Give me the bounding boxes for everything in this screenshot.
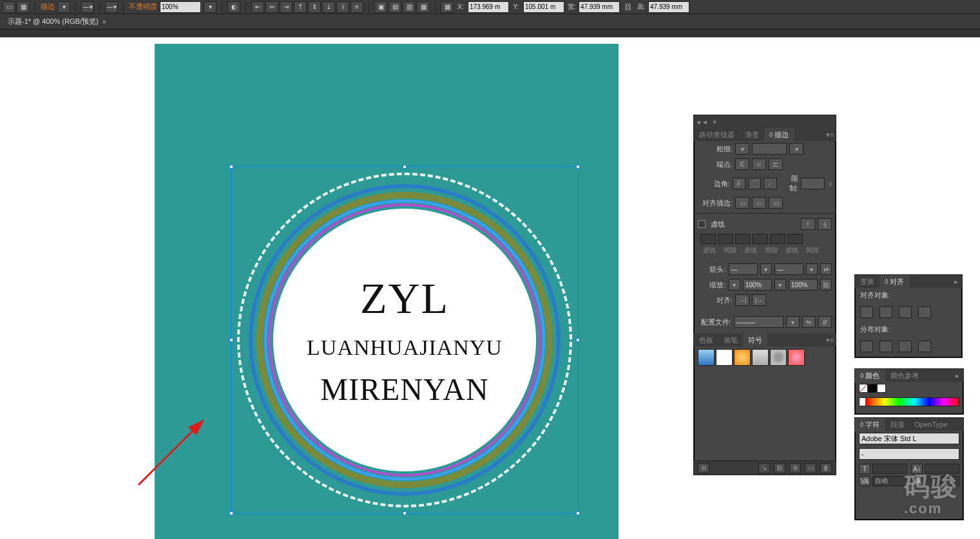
- color-panel[interactable]: ◊ 颜色 颜色参考 ▸: [854, 368, 964, 415]
- symbol-ink[interactable]: [716, 349, 733, 366]
- scale-left-stepper[interactable]: ▾: [729, 279, 740, 290]
- opacity-dropdown[interactable]: ▾: [204, 1, 216, 13]
- align-arrow-tip-icon[interactable]: →|: [735, 294, 749, 306]
- weight-stepper-down[interactable]: ▾: [735, 143, 749, 155]
- dist-h-icon[interactable]: ⫴: [336, 1, 349, 13]
- brush-dropdown[interactable]: —▾: [81, 1, 94, 13]
- link-wh-icon[interactable]: ⛓: [622, 1, 634, 13]
- arrow-start-dropdown[interactable]: —: [729, 263, 758, 275]
- dist-left-icon[interactable]: [918, 341, 931, 352]
- resize-handle-bl[interactable]: [229, 511, 233, 515]
- symbol-gear[interactable]: [770, 349, 787, 366]
- resize-handle-br[interactable]: [576, 511, 580, 515]
- tracking-field[interactable]: [925, 476, 959, 486]
- miter-limit-field[interactable]: [801, 178, 825, 189]
- arrow-end-menu[interactable]: ▾: [806, 263, 818, 275]
- font-style-field[interactable]: [859, 448, 959, 460]
- resize-handle-bm[interactable]: [403, 511, 407, 515]
- flip-h-icon[interactable]: ⇋: [802, 316, 816, 328]
- y-field[interactable]: [523, 1, 564, 13]
- tab-symbols[interactable]: 符号: [743, 334, 767, 347]
- scale-left-field[interactable]: 100%: [743, 279, 772, 290]
- dash-field-2[interactable]: [735, 234, 751, 244]
- obj-align-left-icon[interactable]: [860, 307, 873, 318]
- align-bottom-icon[interactable]: ⤓: [322, 1, 335, 13]
- tab-stroke[interactable]: ◊ 描边: [764, 128, 794, 142]
- tab-brushes[interactable]: 画笔: [718, 334, 743, 347]
- cap-round-icon[interactable]: ⊂: [752, 158, 766, 170]
- tab-character[interactable]: ◊ 字符: [855, 418, 885, 431]
- unite-icon[interactable]: ▣: [374, 1, 387, 13]
- resize-handle-tl[interactable]: [229, 165, 233, 169]
- recolor-icon[interactable]: ◐: [227, 1, 240, 13]
- symbol-cloud[interactable]: [698, 349, 715, 366]
- obj-align-top-icon[interactable]: [918, 307, 931, 318]
- align-stroke-outside-icon[interactable]: ▭: [769, 197, 783, 209]
- collapse-icon[interactable]: ◄◄: [694, 118, 709, 126]
- tab-swatches[interactable]: 色板: [694, 334, 718, 347]
- tab-pathfinder[interactable]: 路径查找器: [694, 128, 740, 142]
- minus-front-icon[interactable]: ▤: [389, 1, 401, 13]
- fill-none-chip[interactable]: [859, 384, 868, 393]
- symbol-sphere[interactable]: [734, 349, 751, 366]
- transform-ref-icon[interactable]: ▦: [441, 1, 454, 13]
- align-arrow-end-icon[interactable]: |→: [752, 294, 766, 306]
- font-family-field[interactable]: [859, 433, 959, 444]
- tab-opentype[interactable]: OpenType: [910, 419, 953, 430]
- tab-gradient[interactable]: 渐变: [740, 128, 764, 142]
- scale-right-stepper[interactable]: ▾: [774, 279, 786, 290]
- corner-bevel-icon[interactable]: ⟋: [764, 178, 776, 189]
- document-tab[interactable]: 示题-1* @ 400% (RGB/预览) ×: [3, 14, 111, 29]
- resize-handle-tr[interactable]: [576, 165, 580, 169]
- dist-v-icon[interactable]: ≡: [351, 1, 363, 13]
- selection-bounding-box[interactable]: [231, 166, 579, 514]
- flip-v-icon[interactable]: ⇵: [818, 316, 832, 328]
- corner-miter-icon[interactable]: F: [733, 178, 745, 189]
- opacity-field[interactable]: [160, 1, 201, 13]
- dist-top-icon[interactable]: [860, 341, 873, 352]
- weight-dropdown[interactable]: ▾: [789, 143, 803, 155]
- symbol-ribbon[interactable]: [752, 349, 769, 366]
- fill-black-chip[interactable]: [868, 384, 877, 393]
- dash-field-1[interactable]: [700, 234, 716, 244]
- width-field[interactable]: [579, 1, 620, 13]
- dash-align-icon[interactable]: ⟠: [818, 218, 832, 230]
- tab-paragraph[interactable]: 段落: [885, 418, 910, 431]
- dash-field-3[interactable]: [770, 234, 785, 244]
- exclude-icon[interactable]: ▦: [417, 1, 430, 13]
- intersect-icon[interactable]: ▥: [403, 1, 416, 13]
- align-left-icon[interactable]: ⇤: [251, 1, 264, 13]
- kerning-field[interactable]: 自动: [872, 476, 907, 486]
- symbols-menu-icon[interactable]: ▾≡: [824, 336, 836, 345]
- symbol-lib-icon[interactable]: ⊞: [698, 463, 709, 473]
- tab-align[interactable]: ◊ 对齐: [879, 275, 910, 288]
- dashed-checkbox[interactable]: [698, 220, 706, 228]
- anchor-select-icon[interactable]: ▭: [3, 1, 15, 13]
- obj-align-right-icon[interactable]: [899, 307, 912, 318]
- align-menu-icon[interactable]: ▸: [950, 278, 962, 286]
- align-top-icon[interactable]: ⤒: [294, 1, 307, 13]
- weight-field[interactable]: [752, 143, 787, 155]
- font-size-field[interactable]: [872, 464, 907, 474]
- resize-handle-mr[interactable]: [576, 338, 580, 342]
- place-symbol-icon[interactable]: ↘: [758, 463, 770, 473]
- x-field[interactable]: [468, 1, 509, 13]
- align-panel[interactable]: 变换 ◊ 对齐 ▸ 对齐对象: 分布对象:: [854, 274, 963, 358]
- fill-white-chip[interactable]: [877, 384, 886, 393]
- gap-field-1[interactable]: [718, 234, 733, 244]
- corner-round-icon[interactable]: ⌒: [748, 178, 761, 189]
- cap-butt-icon[interactable]: E: [735, 158, 749, 170]
- gap-field-2[interactable]: [753, 234, 768, 244]
- color-menu-icon[interactable]: ▸: [952, 372, 963, 380]
- scale-right-field[interactable]: 100%: [789, 279, 818, 290]
- tab-color-guide[interactable]: 颜色参考: [885, 369, 924, 383]
- break-link-icon[interactable]: ⛓: [774, 463, 785, 473]
- stroke-panel[interactable]: ◄◄ × 路径查找器 渐变 ◊ 描边 ▾≡ 粗细: ▾ ▾ 端点: E ⊂ ⊏ …: [693, 115, 836, 475]
- dist-vcenter-icon[interactable]: [879, 341, 892, 352]
- obj-align-hcenter-icon[interactable]: [879, 307, 892, 318]
- cap-project-icon[interactable]: ⊏: [769, 158, 783, 170]
- character-panel[interactable]: ◊ 字符 段落 OpenType T A↕ VA自动 VA: [854, 417, 964, 520]
- arrow-start-menu[interactable]: ▾: [760, 263, 772, 275]
- leading-field[interactable]: [925, 464, 959, 474]
- style-dropdown[interactable]: —▾: [105, 1, 118, 13]
